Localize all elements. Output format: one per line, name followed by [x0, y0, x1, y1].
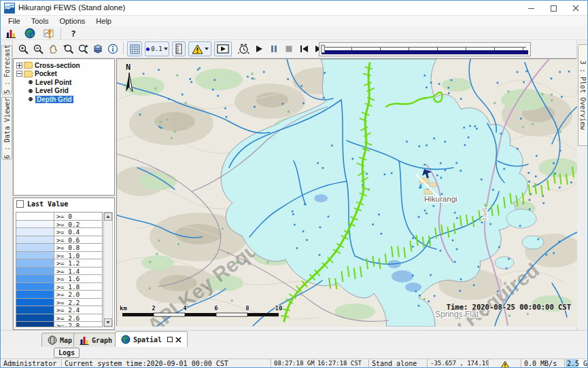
- legend-swatch: [16, 299, 54, 306]
- help-button[interactable]: ?: [66, 26, 81, 41]
- last-value-checkbox[interactable]: [16, 200, 24, 208]
- pause-button[interactable]: [267, 41, 281, 56]
- tree-item-level-point[interactable]: Level Point: [15, 78, 114, 87]
- zoom-next-button[interactable]: [75, 41, 90, 56]
- scroll-down-button[interactable]: [104, 318, 112, 327]
- scale-tick: 8: [245, 305, 249, 312]
- step-back-button[interactable]: [297, 41, 311, 56]
- globe-icon: [121, 335, 131, 344]
- legend-value-label: >= 2.6: [54, 314, 102, 322]
- legend-row: >= 1.6: [16, 275, 102, 283]
- animation-panel-button[interactable]: [214, 41, 232, 56]
- tab-plot-overview[interactable]: 3 : Plot Overview: [578, 44, 588, 146]
- timeseries-display-icon: [44, 28, 54, 39]
- layers-button[interactable]: [90, 41, 105, 56]
- road-label: SH 1: [481, 207, 488, 221]
- legend-swatch: [16, 228, 54, 236]
- arrow-up-icon: [106, 215, 110, 218]
- tree-item-level-grid[interactable]: Level Grid: [15, 87, 114, 96]
- menu-file[interactable]: File: [3, 17, 25, 25]
- play-button[interactable]: [252, 41, 266, 56]
- info-button[interactable]: [105, 41, 120, 56]
- tab-forecast[interactable]: 5 : Forecast: [1, 45, 12, 94]
- map-canvas: API Key Required API Key Required: [117, 59, 577, 327]
- pan-button[interactable]: [46, 41, 60, 56]
- legend-row: >= 1.4: [16, 268, 102, 276]
- time-slider-range-bar: [322, 50, 528, 54]
- legend-swatch: [16, 268, 54, 275]
- legend-row: >= 1.2: [16, 259, 102, 268]
- legend-value-label: >= 1.2: [54, 259, 102, 267]
- stop-icon: [285, 45, 293, 53]
- interval-dot-icon: [146, 48, 150, 51]
- legend-value-label: >= 1.6: [54, 275, 102, 282]
- zoom-in-icon: [18, 43, 29, 55]
- tab-data-viewer[interactable]: 6 : Data Viewer: [1, 97, 12, 160]
- chevron-down-icon: [205, 48, 209, 50]
- chevron-down-icon: [164, 48, 168, 50]
- status-system-time: Current system time:2020-09-01 00:00 CST: [62, 359, 271, 368]
- scale-tick: 6: [214, 305, 218, 312]
- scroll-up-button[interactable]: [104, 213, 112, 221]
- tree-item-pocket[interactable]: Pocket: [15, 70, 114, 79]
- pan-hand-icon: [48, 43, 58, 54]
- zoom-previous-icon: [63, 43, 74, 55]
- legend-scrollbar[interactable]: [103, 212, 113, 327]
- status-warning-cell[interactable]: [489, 359, 521, 368]
- legend-list: >= 0 >= 0.2 >= 0.4 >= 0.6 >= 0.8 >= 1.0 …: [16, 212, 103, 327]
- vertical-profile-button[interactable]: [172, 41, 186, 56]
- spatial-map[interactable]: API Key Required API Key Required: [116, 58, 576, 326]
- database-display-button[interactable]: [3, 26, 18, 41]
- main-toolbar: ?: [1, 26, 587, 40]
- close-tab-icon[interactable]: [175, 337, 181, 343]
- collapse-icon[interactable]: [16, 71, 22, 77]
- time-slider[interactable]: [319, 42, 531, 56]
- legend-row: >= 0.6: [16, 236, 102, 244]
- expand-icon[interactable]: [16, 62, 22, 69]
- zoom-out-button[interactable]: [31, 41, 46, 56]
- tab-spatial[interactable]: Spatial: [115, 331, 188, 347]
- legend-value-label: >= 0.6: [54, 236, 102, 244]
- zoom-previous-button[interactable]: [60, 41, 75, 56]
- status-mode: Stand alone: [369, 359, 428, 368]
- tree-item-cross-section[interactable]: Cross-section: [15, 61, 114, 70]
- tab-graph[interactable]: Graph: [73, 333, 118, 347]
- menu-options[interactable]: Options: [54, 17, 90, 25]
- legend-swatch: [16, 291, 54, 298]
- map-display-button[interactable]: [22, 26, 37, 41]
- tree-item-label: Level Grid: [35, 87, 69, 94]
- tab-label: Spatial: [133, 336, 162, 344]
- tree-item-label: Depth Grid: [35, 96, 73, 103]
- interval-dropdown[interactable]: 0.1: [145, 41, 169, 56]
- animation-settings-button[interactable]: [236, 41, 251, 56]
- stop-button[interactable]: [282, 41, 296, 56]
- tab-map[interactable]: Map: [41, 333, 78, 347]
- tree-item-depth-grid[interactable]: Depth Grid: [15, 95, 114, 104]
- left-tab-strip: 5 : Forecast 6 : Data Viewer: [1, 40, 13, 330]
- logs-button[interactable]: Logs: [54, 348, 80, 358]
- grid-display-button[interactable]: [127, 41, 142, 56]
- layers-icon: [92, 43, 103, 54]
- menu-tools[interactable]: Tools: [27, 17, 54, 25]
- status-gmt-time: 08:27:18 GMT: [271, 359, 315, 368]
- maximize-tab-icon[interactable]: [167, 337, 173, 342]
- timeseries-display-button[interactable]: [41, 26, 56, 41]
- interval-value: 0.1: [151, 45, 162, 52]
- maximize-button[interactable]: [542, 1, 565, 16]
- logs-row: Logs: [1, 347, 587, 358]
- time-slider-thumb[interactable]: [321, 45, 325, 53]
- step-back-icon: [300, 45, 309, 53]
- menu-help[interactable]: Help: [91, 17, 116, 25]
- warnings-dropdown-button[interactable]: [188, 41, 211, 56]
- minimize-button[interactable]: [519, 1, 542, 16]
- close-button[interactable]: [564, 1, 587, 16]
- scale-tick: 2: [152, 305, 155, 312]
- pause-icon: [270, 45, 278, 53]
- legend-value-label: >= 2.8: [54, 322, 102, 327]
- legend-swatch: [16, 213, 54, 220]
- node-bullet-icon: [29, 89, 33, 93]
- status-user: Administrator: [1, 359, 62, 368]
- zoom-in-button[interactable]: [16, 41, 31, 56]
- legend-panel: Last Value >= 0 >= 0.2 >= 0.4 >= 0.6 >= …: [13, 198, 115, 330]
- legend-row: >= 2.0: [16, 291, 102, 299]
